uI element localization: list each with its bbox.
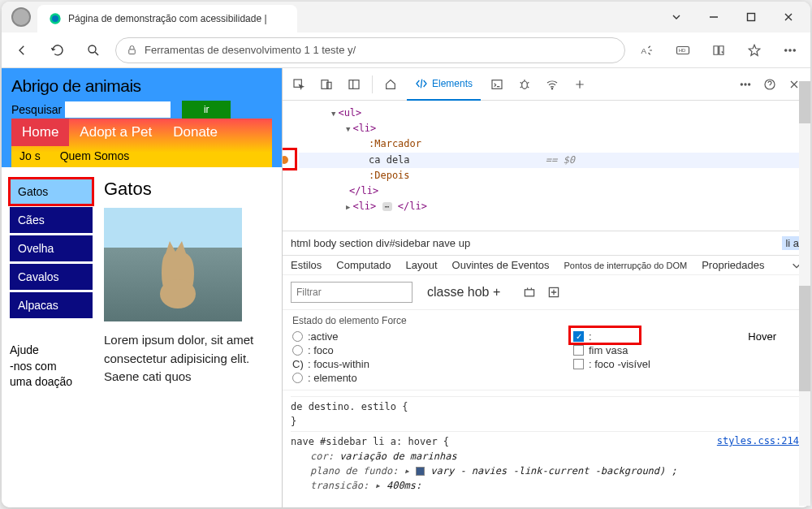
- nav-quem[interactable]: Quem Somos: [60, 149, 130, 162]
- hd-icon[interactable]: HD: [669, 37, 697, 64]
- svg-rect-5: [129, 50, 136, 54]
- radio-active[interactable]: [292, 331, 303, 342]
- nav-donate[interactable]: Donate: [162, 119, 228, 146]
- sidebar-item-gatos[interactable]: Gatos: [10, 179, 93, 205]
- dom-tree[interactable]: <ul> <li> :Marcador ca dela == $0 :Depoi…: [283, 101, 810, 231]
- refresh-button[interactable]: [44, 37, 71, 64]
- toggle-class[interactable]: classe hob +: [427, 285, 500, 300]
- browser-toolbar: A HD: [2, 32, 810, 68]
- css-rules[interactable]: de destino. estilo { } styles.css:214 na…: [283, 390, 810, 496]
- new-rule-icon[interactable]: [547, 286, 560, 299]
- sidebar-item-alpacas[interactable]: Alpacas: [10, 292, 93, 318]
- svg-point-20: [551, 88, 552, 88]
- svg-point-10: [789, 49, 791, 50]
- lorem-text: Lorem ipsum dolor, sit amet consectetur …: [104, 331, 274, 386]
- search-input[interactable]: [65, 101, 171, 118]
- devtools-toolbar: Elements: [283, 68, 810, 101]
- tab-computado[interactable]: Computado: [336, 259, 391, 271]
- tab-layout[interactable]: Layout: [406, 259, 438, 271]
- favorite-icon[interactable]: [741, 37, 768, 64]
- devtools-panel: Elements <ul> <li> :Marcador: [282, 68, 810, 507]
- chevron-down-icon[interactable]: [658, 4, 695, 30]
- panel-icon[interactable]: [343, 73, 365, 96]
- svg-text:HD: HD: [679, 48, 686, 53]
- help-text: Ajude -nos com uma doação: [10, 343, 93, 390]
- filter-row: classe hob +: [283, 275, 810, 309]
- svg-rect-3: [748, 14, 755, 21]
- network-icon[interactable]: [541, 73, 564, 96]
- avatar-icon: [11, 7, 31, 27]
- sidebar-item-ovelha[interactable]: Ovelha: [10, 235, 93, 261]
- svg-point-4: [89, 45, 96, 53]
- search-label: Pesquisar: [11, 103, 62, 116]
- minimize-button[interactable]: [695, 4, 732, 30]
- breadcrumb[interactable]: html body section div#sidebar nave up li…: [283, 231, 810, 256]
- nav-adopt[interactable]: Adopt a Pet: [69, 119, 162, 146]
- tab-estilos[interactable]: Estilos: [291, 259, 322, 271]
- profile-button[interactable]: [5, 7, 37, 27]
- site-title: Abrigo de animais: [11, 76, 272, 96]
- page-header: Abrigo de animais Pesquisar ir Home Adop…: [2, 68, 282, 167]
- welcome-icon[interactable]: [379, 73, 402, 96]
- radio-elemento[interactable]: [292, 373, 303, 383]
- svg-point-19: [522, 81, 528, 88]
- search-icon[interactable]: [80, 37, 107, 64]
- go-button[interactable]: ir: [182, 101, 231, 119]
- checkbox-foco-visivel[interactable]: [573, 359, 584, 369]
- lock-icon: [126, 44, 138, 56]
- svg-point-22: [745, 83, 746, 84]
- reader-icon[interactable]: [705, 37, 732, 64]
- scrollbar[interactable]: [799, 81, 810, 506]
- scroll-thumb[interactable]: [799, 286, 810, 391]
- more-icon[interactable]: [776, 37, 804, 64]
- browser-tab[interactable]: Página de demonstração com acessibilidad…: [37, 5, 297, 32]
- back-button[interactable]: [8, 37, 36, 64]
- sidebar: Gatos Cães Ovelha Cavalos Alpacas: [10, 179, 93, 318]
- close-button[interactable]: [770, 4, 807, 30]
- scroll-thumb[interactable]: [799, 81, 810, 123]
- force-state-panel: Estado do elemento Force :active : foco …: [283, 309, 810, 390]
- radio-foco[interactable]: [292, 345, 303, 356]
- cat-image: [104, 208, 242, 321]
- styles-tabs: Estilos Computado Layout Ouvintes de Eve…: [283, 256, 810, 275]
- filter-input[interactable]: [291, 282, 412, 303]
- read-aloud-icon[interactable]: A: [633, 37, 661, 64]
- tab-elements[interactable]: Elements: [407, 68, 481, 101]
- nav-jos[interactable]: Jo s: [19, 149, 41, 162]
- svg-point-11: [793, 49, 795, 50]
- device-icon[interactable]: [315, 73, 338, 96]
- tab-dom-bp[interactable]: Pontos de interrupção do DOM: [564, 261, 688, 270]
- maximize-button[interactable]: [732, 4, 770, 30]
- svg-point-23: [749, 83, 750, 84]
- tab-props[interactable]: Propriedades: [702, 259, 764, 271]
- more-icon[interactable]: [734, 73, 757, 96]
- page-heading: Gatos: [104, 179, 274, 200]
- hover-state-icon[interactable]: [523, 286, 536, 299]
- tab-title: Página de demonstração com acessibilidad…: [68, 13, 286, 24]
- sidebar-item-caes[interactable]: Cães: [10, 207, 93, 233]
- nav-home[interactable]: Home: [11, 119, 69, 146]
- edge-favicon-icon: [49, 12, 62, 25]
- inspect-icon[interactable]: [287, 73, 310, 96]
- breakpoint-dot-icon: [283, 156, 288, 164]
- webpage: Abrigo de animais Pesquisar ir Home Adop…: [2, 68, 282, 507]
- svg-rect-25: [525, 290, 534, 296]
- svg-rect-18: [492, 80, 502, 88]
- checkbox-fim-vasa[interactable]: [573, 345, 584, 356]
- elements-icon: [415, 77, 428, 90]
- tab-eventos[interactable]: Ouvintes de Eventos: [452, 259, 550, 271]
- svg-text:A: A: [641, 45, 647, 54]
- svg-point-12: [160, 279, 196, 308]
- tab-console-icon[interactable]: [486, 73, 508, 96]
- svg-point-21: [741, 83, 742, 84]
- address-input[interactable]: [145, 44, 615, 56]
- svg-point-9: [785, 49, 787, 50]
- bug-icon[interactable]: [513, 73, 536, 96]
- sidebar-item-cavalos[interactable]: Cavalos: [10, 264, 93, 290]
- highlight-box: [568, 326, 641, 345]
- address-bar[interactable]: [115, 37, 625, 63]
- help-icon[interactable]: [758, 73, 781, 96]
- source-link[interactable]: styles.css:214: [717, 434, 799, 448]
- titlebar: Página de demonstração com acessibilidad…: [2, 2, 810, 32]
- plus-icon[interactable]: [568, 73, 591, 96]
